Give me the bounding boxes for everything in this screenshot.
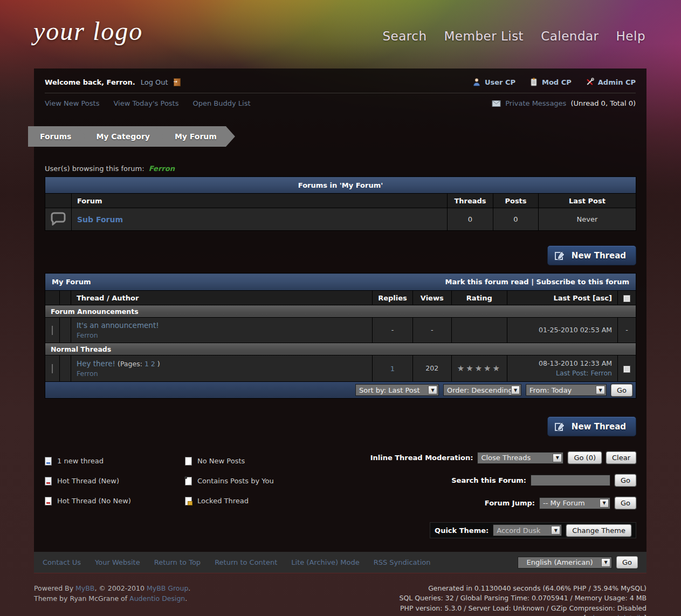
credit-text: Powered By xyxy=(34,584,75,592)
announcement-views: - xyxy=(412,318,451,343)
advanced-details-link[interactable]: advanced details xyxy=(586,614,644,616)
language-select[interactable]: English (American)▼ xyxy=(518,557,612,569)
announcement-title-link[interactable]: It's an announcement! xyxy=(77,321,159,330)
announcement-author: Ferron xyxy=(77,331,367,339)
nav-member-list[interactable]: Member List xyxy=(444,29,524,43)
legend-label: Hot Thread (New) xyxy=(57,477,119,485)
change-theme-button[interactable]: Change Theme xyxy=(566,524,631,537)
thread-title-link[interactable]: Hey there! xyxy=(77,359,115,368)
breadcrumb-my-category[interactable]: My Category xyxy=(77,126,168,147)
mybb-link[interactable]: MyBB xyxy=(75,584,94,592)
return-to-top-link[interactable]: Return to Top xyxy=(154,558,201,566)
mod-cp-link[interactable]: Mod CP xyxy=(542,78,572,86)
rss-syndication-link[interactable]: RSS Syndication xyxy=(374,558,431,566)
locked-thread-icon xyxy=(185,497,192,505)
forum-jump-go-button[interactable]: Go xyxy=(615,497,636,509)
browsing-label: User(s) browsing this forum: xyxy=(45,165,145,173)
user-cp-link[interactable]: User CP xyxy=(485,78,515,86)
sort-by-select[interactable]: Sort by: Last Post▼ xyxy=(355,384,439,396)
new-thread-label: New Thread xyxy=(572,422,626,432)
clipboard-icon xyxy=(529,78,538,86)
user-icon xyxy=(472,78,481,86)
your-website-link[interactable]: Your Website xyxy=(95,558,140,566)
mark-forum-read-link[interactable]: Mark this forum read xyxy=(445,278,529,286)
hot-thread-icon xyxy=(52,364,53,373)
search-forum-go-button[interactable]: Go xyxy=(615,474,636,487)
col-select-all xyxy=(618,291,636,305)
lastpost-user-link[interactable]: Ferron xyxy=(590,369,612,377)
col-lastpost: Last Post [asc] xyxy=(507,291,618,305)
contact-us-link[interactable]: Contact Us xyxy=(43,558,81,566)
sort-bar: Sort by: Last Post▼ Order: Descending▼ F… xyxy=(45,382,636,399)
nav-calendar[interactable]: Calendar xyxy=(541,29,599,43)
quick-links-bar: View New Posts View Today's Posts Open B… xyxy=(34,93,646,114)
page-bottom: Powered By MyBB, © 2002-2010 MyBB Group.… xyxy=(34,573,646,616)
hot-thread-new-icon xyxy=(45,477,52,485)
thread-views: 202 xyxy=(412,355,451,382)
subforum-posts-count: 0 xyxy=(493,208,539,231)
bracket: ] xyxy=(644,614,646,616)
new-thread-pencil-icon xyxy=(554,421,566,433)
section-forum-announcements: Forum Announcements xyxy=(45,305,636,318)
thread-page-2-link[interactable]: 2 xyxy=(151,360,155,368)
mybb-group-link[interactable]: MyBB Group xyxy=(147,584,188,592)
subforum-col-forum: Forum xyxy=(72,194,448,208)
open-buddy-list-link[interactable]: Open Buddy List xyxy=(192,99,250,107)
thread-rating-stars[interactable]: ★★★★★ xyxy=(457,364,501,373)
view-new-posts-link[interactable]: View New Posts xyxy=(45,99,99,107)
from-select[interactable]: From: Today▼ xyxy=(526,384,607,396)
welcome-bar: Welcome back, Ferron. Log Out User CP Mo… xyxy=(34,69,646,93)
nav-search[interactable]: Search xyxy=(382,29,427,43)
legend-label: Contains Posts by You xyxy=(197,477,274,485)
announcement-row: It's an announcement! Ferron - - 01-25-2… xyxy=(45,318,636,343)
quick-theme-select[interactable]: Accord Dusk▼ xyxy=(493,524,562,536)
new-thread-button-bottom[interactable]: New Thread xyxy=(547,416,636,436)
footer-bar: Contact Us Your Website Return to Top Re… xyxy=(34,552,646,573)
breadcrumb: Forums My Category My Forum xyxy=(28,126,646,147)
view-todays-posts-link[interactable]: View Today's Posts xyxy=(113,99,178,107)
return-to-content-link[interactable]: Return to Content xyxy=(215,558,277,566)
col-replies: Replies xyxy=(373,291,413,305)
search-forum-label: Search this Forum: xyxy=(451,476,526,484)
audentio-design-link[interactable]: Audentio Design xyxy=(129,594,185,603)
private-messages-link[interactable]: Private Messages xyxy=(505,99,566,107)
select-all-checkbox[interactable] xyxy=(623,295,630,302)
order-select[interactable]: Order: Descending▼ xyxy=(443,384,521,396)
credit-text: . xyxy=(185,594,187,603)
lite-mode-link[interactable]: Lite (Archive) Mode xyxy=(291,558,359,566)
moderation-go-button[interactable]: Go (0) xyxy=(568,451,602,464)
new-thread-button-top[interactable]: New Thread xyxy=(547,245,636,265)
subforum-link[interactable]: Sub Forum xyxy=(77,215,123,224)
stat-php: PHP version: 5.3.0 / Server Load: Unknow… xyxy=(400,604,646,613)
quick-theme-label: Quick Theme: xyxy=(435,526,489,535)
search-forum-input[interactable] xyxy=(531,475,610,486)
stat-sql: SQL Queries: 32 / Global Parsing Time: 0… xyxy=(400,593,646,603)
thread-page-1-link[interactable]: 1 xyxy=(145,360,149,368)
admin-cp-link[interactable]: Admin CP xyxy=(598,78,636,86)
announcement-date: 01-25-2010 02:53 AM xyxy=(507,318,618,343)
sort-go-button[interactable]: Go xyxy=(611,384,632,396)
credits: Powered By MyBB, © 2002-2010 MyBB Group.… xyxy=(34,584,190,616)
credit-text: Theme by Ryan McGrane of xyxy=(34,594,129,603)
browsing-user: Ferron xyxy=(149,165,175,173)
subscribe-forum-link[interactable]: Subscribe to this forum xyxy=(536,278,629,286)
lastpost-label-link[interactable]: Last Post: xyxy=(556,369,588,377)
language-go-button[interactable]: Go xyxy=(616,556,638,569)
legend-label: No New Posts xyxy=(197,457,245,465)
col-rating: Rating xyxy=(451,291,507,305)
contains-posts-by-you-icon xyxy=(185,477,192,485)
main-container: Welcome back, Ferron. Log Out User CP Mo… xyxy=(34,69,646,573)
moderation-select[interactable]: Close Threads▼ xyxy=(477,452,563,464)
breadcrumb-my-forum[interactable]: My Forum xyxy=(155,126,235,147)
logout-link[interactable]: Log Out xyxy=(141,78,168,86)
pages-prefix: (Pages: xyxy=(118,360,142,368)
forum-jump-select[interactable]: -- My Forum▼ xyxy=(539,497,610,509)
thread-select-checkbox[interactable] xyxy=(623,366,630,373)
action-separator: | xyxy=(531,278,534,286)
threads-title-bar: My Forum Mark this forum read | Subscrib… xyxy=(45,273,636,291)
forum-jump-label: Forum Jump: xyxy=(485,499,535,507)
nav-help[interactable]: Help xyxy=(616,29,645,43)
credit-text: , © 2002-2010 xyxy=(94,584,147,592)
thread-replies-link[interactable]: 1 xyxy=(390,365,395,373)
moderation-clear-button[interactable]: Clear xyxy=(606,451,636,464)
